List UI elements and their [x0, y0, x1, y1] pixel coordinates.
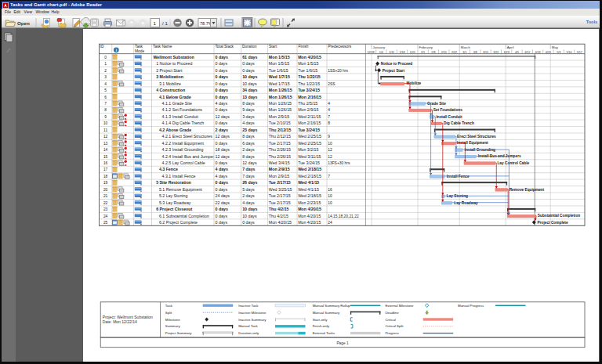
- svg-text:Thu 1/22/15: Thu 1/22/15: [298, 74, 321, 79]
- svg-text:Critical Split: Critical Split: [385, 324, 404, 328]
- svg-text:4/5: 4/5: [515, 51, 519, 54]
- svg-text:Tue 2/17/15: Tue 2/17/15: [269, 200, 291, 205]
- svg-text:Mon 4/20/15: Mon 4/20/15: [298, 220, 321, 225]
- svg-text:3/1: 3/1: [462, 51, 466, 54]
- svg-text:24 days: 24 days: [216, 193, 230, 198]
- svg-text:Predecessors: Predecessors: [328, 45, 351, 49]
- svg-text:Duration-only: Duration-only: [238, 331, 259, 335]
- svg-text:9: 9: [104, 115, 107, 119]
- svg-text:Mon 1/5/15: Mon 1/5/15: [269, 61, 289, 66]
- svg-text:0 days: 0 days: [242, 61, 255, 66]
- svg-text:0 days: 0 days: [216, 180, 228, 185]
- svg-text:Wed 1/7/15: Wed 1/7/15: [269, 74, 290, 79]
- svg-text:1/25: 1/25: [410, 51, 415, 54]
- svg-text:Mon 4/20/15: Mon 4/20/15: [298, 55, 321, 59]
- svg-text:Wed 1/7/15: Wed 1/7/15: [269, 81, 290, 86]
- svg-text:17: 17: [103, 168, 108, 171]
- svg-text:5 Site Restoration: 5 Site Restoration: [156, 180, 191, 185]
- svg-text:Wed 4/1/15: Wed 4/1/15: [298, 187, 319, 192]
- svg-text:February: February: [419, 45, 433, 49]
- svg-text:Project Summary: Project Summary: [165, 331, 192, 335]
- svg-text:4.2.1 Erect Steel Structures: 4.2.1 Erect Steel Structures: [162, 134, 213, 139]
- svg-text:Page 1: Page 1: [336, 341, 349, 345]
- svg-text:Thu 1/22/15: Thu 1/22/15: [298, 81, 320, 86]
- svg-text:61 days: 61 days: [242, 55, 257, 59]
- svg-text:Wed 2/25/15: Wed 2/25/15: [298, 141, 321, 146]
- svg-text:2 days: 2 days: [242, 193, 255, 198]
- svg-text:0 days: 0 days: [216, 207, 228, 211]
- svg-text:Wed 3/25/15: Wed 3/25/15: [269, 187, 292, 192]
- svg-text:5/3: 5/3: [557, 51, 560, 54]
- svg-text:10: 10: [103, 121, 108, 125]
- svg-text:6.1 Substaintial Completion: 6.1 Substaintial Completion: [159, 214, 209, 218]
- svg-text:/ 1: / 1: [162, 20, 168, 26]
- svg-text:8: 8: [104, 108, 107, 112]
- svg-text:Total Slack: Total Slack: [215, 45, 234, 49]
- svg-text:4 days: 4 days: [216, 101, 228, 106]
- svg-text:12 days: 12 days: [216, 134, 230, 139]
- svg-text:Inactive Milestone: Inactive Milestone: [238, 311, 267, 315]
- svg-text:Mon 4/20/15: Mon 4/20/15: [298, 207, 321, 211]
- svg-text:January: January: [373, 45, 386, 49]
- svg-text:4.2 Above Grade: 4.2 Above Grade: [159, 128, 191, 132]
- svg-text:Task: Task: [165, 304, 173, 308]
- svg-text:5.2 Lay Stoning: 5.2 Lay Stoning: [159, 193, 188, 198]
- svg-text:1 Notice to Proceed: 1 Notice to Proceed: [156, 61, 192, 66]
- svg-text:34 days: 34 days: [242, 88, 257, 92]
- svg-text:0 days: 0 days: [216, 214, 228, 218]
- svg-text:23: 23: [103, 207, 108, 211]
- svg-text:4 days: 4 days: [216, 174, 228, 178]
- svg-text:7 days: 7 days: [242, 167, 255, 171]
- svg-text:Thu 2/26/15: Thu 2/26/15: [269, 154, 291, 159]
- svg-text:4/19: 4/19: [535, 51, 540, 54]
- svg-text:3/22: 3/22: [493, 51, 499, 54]
- svg-text:Manual Summary Rollup: Manual Summary Rollup: [313, 304, 351, 308]
- svg-text:8 days: 8 days: [242, 101, 255, 106]
- svg-text:2/15: 2/15: [441, 51, 447, 54]
- svg-text:23 days: 23 days: [242, 128, 257, 132]
- svg-text:0: 0: [104, 56, 107, 59]
- svg-text:Tue 1/6/15: Tue 1/6/15: [269, 68, 288, 73]
- svg-text:0 days: 0 days: [216, 107, 228, 112]
- svg-text:4.3.1 Install Fence: 4.3.1 Install Fence: [162, 174, 196, 178]
- svg-text:ID: ID: [100, 45, 104, 49]
- svg-text:External Tasks: External Tasks: [313, 331, 335, 335]
- svg-text:7: 7: [104, 102, 107, 106]
- svg-text:12 days: 12 days: [216, 114, 230, 119]
- svg-text:1/4: 1/4: [379, 51, 383, 54]
- svg-text:Dig Cable Trench: Dig Cable Trench: [444, 121, 474, 125]
- svg-text:Project: Wellmont Substation: Project: Wellmont Substation: [103, 315, 153, 319]
- svg-text:3/29: 3/29: [504, 51, 510, 54]
- svg-text:Progress: Progress: [385, 331, 399, 335]
- svg-text:Mon 2/9/15: Mon 2/9/15: [269, 114, 289, 119]
- svg-text:19: 19: [103, 181, 108, 185]
- svg-text:11: 11: [103, 128, 107, 132]
- svg-text:Start: Start: [269, 45, 277, 49]
- svg-text:21: 21: [103, 194, 108, 198]
- svg-text:Thu 2/12/15: Thu 2/12/15: [269, 128, 292, 132]
- svg-text:Critical: Critical: [385, 318, 395, 322]
- svg-text:0 days: 0 days: [216, 68, 228, 73]
- svg-text:15: 15: [103, 155, 108, 159]
- svg-text:1/18: 1/18: [399, 51, 404, 54]
- svg-text:Tue 3/24/15: Tue 3/24/15: [298, 88, 320, 92]
- svg-text:Task: Task: [135, 45, 143, 49]
- svg-text:Mon 4/20/15: Mon 4/20/15: [298, 214, 321, 218]
- svg-text:14,15,18,20,21,22: 14,15,18,20,21,22: [328, 214, 359, 218]
- svg-text:12: 12: [103, 135, 108, 139]
- svg-text:6.2 Project Complete: 6.2 Project Complete: [159, 220, 198, 225]
- svg-text:0 days: 0 days: [216, 81, 228, 86]
- svg-text:Thu 4/2/15: Thu 4/2/15: [269, 214, 288, 218]
- svg-text:Tue 3/24/15: Tue 3/24/15: [298, 128, 320, 132]
- svg-text:Tue 2/17/15: Tue 2/17/15: [269, 180, 291, 185]
- svg-text:4/26: 4/26: [546, 51, 551, 54]
- svg-text:13FS+30 hrs: 13FS+30 hrs: [328, 161, 350, 165]
- svg-text:2/8: 2/8: [431, 51, 435, 54]
- svg-text:Mon 1/26/15: Mon 1/26/15: [269, 88, 292, 92]
- svg-text:8 days: 8 days: [242, 154, 255, 159]
- svg-text:5: 5: [104, 88, 107, 92]
- svg-text:5 days: 5 days: [242, 187, 255, 192]
- svg-text:Manual Task: Manual Task: [238, 324, 258, 328]
- svg-text:0 days: 0 days: [216, 220, 228, 225]
- svg-text:0 days: 0 days: [216, 95, 228, 99]
